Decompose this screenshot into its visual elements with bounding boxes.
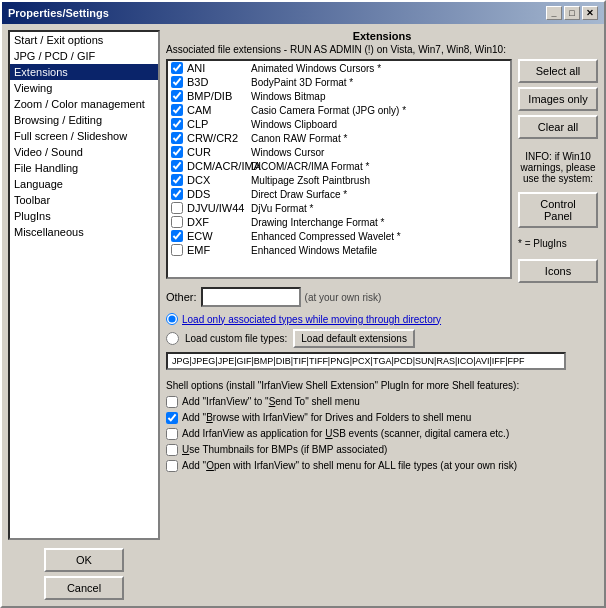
section-title: Extensions — [166, 30, 598, 42]
ext-checkbox-emf[interactable] — [171, 244, 183, 256]
shell-checkbox-5[interactable] — [166, 460, 178, 472]
info-line1: INFO: if Win10 — [518, 151, 598, 162]
nav-item-extensions[interactable]: Extensions — [10, 64, 158, 80]
shell-option-2: Add "Browse with IrfanView" for Drives a… — [166, 411, 598, 424]
ext-checkbox-clp[interactable] — [171, 118, 183, 130]
info-line3: use the system: — [518, 173, 598, 184]
ext-checkbox-ecw[interactable] — [171, 230, 183, 242]
radio-associated-label: Load only associated types while moving … — [182, 314, 441, 325]
images-only-button[interactable]: Images only — [518, 87, 598, 111]
ext-checkbox-dds[interactable] — [171, 188, 183, 200]
ext-name-clp: CLP — [187, 118, 247, 130]
nav-item-jpg[interactable]: JPG / PCD / GIF — [10, 48, 158, 64]
ext-desc-bmp: Windows Bitmap — [251, 91, 507, 102]
close-button[interactable]: ✕ — [582, 6, 598, 20]
ext-desc-dcx: Multipage Zsoft Paintbrush — [251, 175, 507, 186]
action-buttons: OK Cancel — [8, 548, 160, 600]
shell-option-3: Add IrfanView as application for USB eve… — [166, 427, 598, 440]
shell-checkbox-2[interactable] — [166, 412, 178, 424]
minimize-button[interactable]: _ — [546, 6, 562, 20]
ext-checkbox-cur[interactable] — [171, 146, 183, 158]
ext-name-cur: CUR — [187, 146, 247, 158]
icons-button[interactable]: Icons — [518, 259, 598, 283]
nav-item-video[interactable]: Video / Sound — [10, 144, 158, 160]
shell-title: Shell options (install "IrfanView Shell … — [166, 380, 598, 391]
at-risk-label: (at your own risk) — [305, 292, 382, 303]
asterisk-note: * = PlugIns — [518, 238, 598, 249]
ext-desc-b3d: BodyPaint 3D Format * — [251, 77, 507, 88]
ext-desc-dxf: Drawing Interchange Format * — [251, 217, 507, 228]
radio-custom-label: Load custom file types: — [185, 333, 287, 344]
ok-button[interactable]: OK — [44, 548, 124, 572]
right-panel: Extensions Associated file extensions - … — [166, 30, 598, 600]
ext-row-djvu: DJVU/IW44 DjVu Format * — [168, 201, 510, 215]
nav-item-browsing[interactable]: Browsing / Editing — [10, 112, 158, 128]
ext-checkbox-bmp[interactable] — [171, 90, 183, 102]
shell-checkbox-1[interactable] — [166, 396, 178, 408]
radio-associated[interactable] — [166, 313, 178, 325]
ext-checkbox-dxf[interactable] — [171, 216, 183, 228]
ext-name-dds: DDS — [187, 188, 247, 200]
extensions-area: ANI Animated Windows Cursors * B3D BodyP… — [166, 59, 598, 283]
ext-checkbox-b3d[interactable] — [171, 76, 183, 88]
section-desc: Associated file extensions - RUN AS ADMI… — [166, 44, 598, 55]
info-text: INFO: if Win10 warnings, please use the … — [518, 151, 598, 184]
ext-desc-cur: Windows Cursor — [251, 147, 507, 158]
ext-desc-cam: Casio Camera Format (JPG only) * — [251, 105, 507, 116]
load-default-button[interactable]: Load default extensions — [293, 329, 415, 348]
nav-item-zoom[interactable]: Zoom / Color management — [10, 96, 158, 112]
load-custom-row: Load custom file types: Load default ext… — [166, 329, 598, 348]
ext-name-dcm: DCM/ACR/IMA — [187, 160, 247, 172]
ext-row-dcx: DCX Multipage Zsoft Paintbrush — [168, 173, 510, 187]
file-types-display: JPG|JPEG|JPE|GIF|BMP|DIB|TIF|TIFF|PNG|PC… — [166, 352, 566, 370]
maximize-button[interactable]: □ — [564, 6, 580, 20]
window-controls: _ □ ✕ — [546, 6, 598, 20]
ext-row-dxf: DXF Drawing Interchange Format * — [168, 215, 510, 229]
other-input[interactable]: CPTI — [201, 287, 301, 307]
ext-row-cur: CUR Windows Cursor — [168, 145, 510, 159]
ext-row-cam: CAM Casio Camera Format (JPG only) * — [168, 103, 510, 117]
extensions-list: ANI Animated Windows Cursors * B3D BodyP… — [168, 61, 510, 257]
ext-checkbox-djvu[interactable] — [171, 202, 183, 214]
ext-name-bmp: BMP/DIB — [187, 90, 247, 102]
nav-item-viewing[interactable]: Viewing — [10, 80, 158, 96]
ext-name-crw: CRW/CR2 — [187, 132, 247, 144]
ext-desc-crw: Canon RAW Format * — [251, 133, 507, 144]
nav-item-toolbar[interactable]: Toolbar — [10, 192, 158, 208]
ext-checkbox-ani[interactable] — [171, 62, 183, 74]
nav-item-plugins[interactable]: PlugIns — [10, 208, 158, 224]
control-panel-button[interactable]: Control Panel — [518, 192, 598, 228]
nav-item-misc[interactable]: Miscellaneous — [10, 224, 158, 240]
ext-name-dcx: DCX — [187, 174, 247, 186]
shell-checkbox-4[interactable] — [166, 444, 178, 456]
clear-all-button[interactable]: Clear all — [518, 115, 598, 139]
ext-checkbox-dcx[interactable] — [171, 174, 183, 186]
select-all-button[interactable]: Select all — [518, 59, 598, 83]
ext-name-emf: EMF — [187, 244, 247, 256]
radio-custom[interactable] — [166, 332, 179, 345]
nav-item-start-exit[interactable]: Start / Exit options — [10, 32, 158, 48]
extensions-list-container[interactable]: ANI Animated Windows Cursors * B3D BodyP… — [166, 59, 512, 279]
ext-checkbox-crw[interactable] — [171, 132, 183, 144]
ext-checkbox-cam[interactable] — [171, 104, 183, 116]
shell-label-1: Add "IrfanView" to "Send To" shell menu — [182, 395, 360, 408]
shell-checkbox-3[interactable] — [166, 428, 178, 440]
ext-desc-dcm: DICOM/ACR/IMA Format * — [251, 161, 507, 172]
nav-item-file-handling[interactable]: File Handling — [10, 160, 158, 176]
ext-desc-ecw: Enhanced Compressed Wavelet * — [251, 231, 507, 242]
info-line2: warnings, please — [518, 162, 598, 173]
ext-row-ecw: ECW Enhanced Compressed Wavelet * — [168, 229, 510, 243]
ext-row-clp: CLP Windows Clipboard — [168, 117, 510, 131]
cancel-button[interactable]: Cancel — [44, 576, 124, 600]
radio-load-associated: Load only associated types while moving … — [166, 313, 598, 325]
ext-checkbox-dcm[interactable] — [171, 160, 183, 172]
window-title: Properties/Settings — [8, 7, 109, 19]
main-content: Start / Exit options JPG / PCD / GIF Ext… — [2, 24, 604, 606]
shell-section: Shell options (install "IrfanView Shell … — [166, 380, 598, 475]
nav-item-language[interactable]: Language — [10, 176, 158, 192]
ext-row-dcm: DCM/ACR/IMA DICOM/ACR/IMA Format * — [168, 159, 510, 173]
nav-item-fullscreen[interactable]: Full screen / Slideshow — [10, 128, 158, 144]
nav-list: Start / Exit options JPG / PCD / GIF Ext… — [8, 30, 160, 540]
ext-name-dxf: DXF — [187, 216, 247, 228]
ext-name-djvu: DJVU/IW44 — [187, 202, 247, 214]
